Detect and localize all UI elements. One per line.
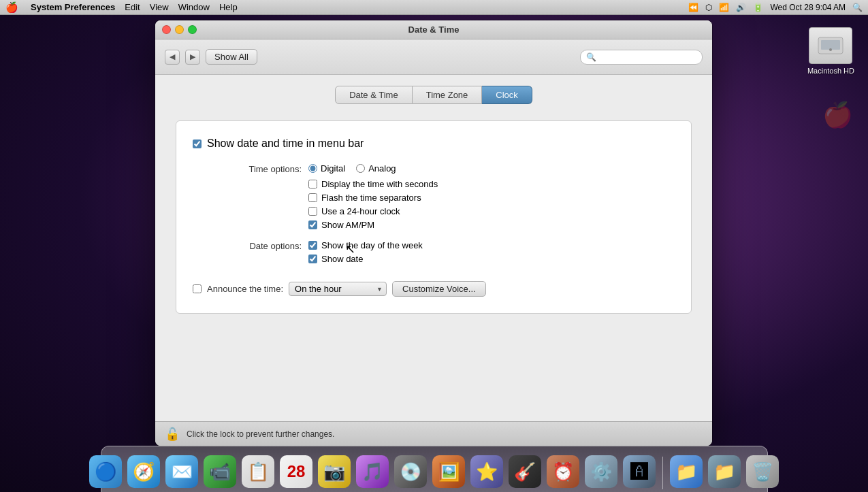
dock-item-safari[interactable]: 🧭 [126,454,161,489]
dock-sysprefs-icon: ⚙️ [585,455,617,488]
display-seconds-checkbox[interactable] [308,180,317,188]
svg-point-2 [829,48,832,51]
dock-item-timemachine[interactable]: ⏰ [545,454,581,489]
dock-item-itunes[interactable]: 🎵 [355,454,390,489]
menubar-system-preferences[interactable]: System Preferences [31,2,115,12]
dock-ical-icon: 28 [280,455,312,488]
dock-item-imovie[interactable]: ⭐ [469,454,504,489]
apple-menu[interactable]: 🍎 [5,1,18,14]
dock-timemachine-icon: ⏰ [547,455,579,488]
time-options-label: Time options: [193,163,302,233]
menubar-view[interactable]: View [150,2,169,12]
dock-item-iphoto[interactable]: 📷 [317,454,352,489]
digital-radio-item: Digital [308,163,345,174]
dock-item-folder2[interactable]: 📁 [707,454,742,489]
show-menu-bar-checkbox[interactable] [193,140,202,148]
date-options-row: Date options: Show the day of the week S… [193,240,675,267]
minimize-button[interactable] [175,25,184,34]
dock-itunes-icon: 🎵 [356,455,389,488]
menubar-wifi-icon: 📶 [719,3,729,12]
dock-item-trash[interactable]: 🗑️ [745,454,780,489]
announce-label: Announce the time: [207,284,283,294]
dock-mail-icon: ✉️ [165,455,198,488]
menubar: 🍎 System Preferences Edit View Window He… [0,0,868,15]
show-menu-bar-label: Show date and time in menu bar [207,137,364,150]
announce-interval-wrapper: On the hour On the half hour On the quar… [289,282,387,296]
menubar-battery-icon: 🔋 [753,3,763,12]
announce-interval-select[interactable]: On the hour On the half hour On the quar… [289,282,387,296]
dock-finder-icon: 🔵 [89,455,122,488]
content-area: Date & Time Time Zone Clock Show date an… [155,75,712,325]
menubar-time-machine-icon: ⏪ [688,3,698,12]
toolbar: ◀ ▶ Show All 🔍 [155,39,712,75]
dock-garageband-icon: 🎸 [509,455,541,488]
digital-label: Digital [321,163,345,174]
announce-row: Announce the time: On the hour On the ha… [193,281,675,297]
cursor: ↖ [345,242,355,257]
time-format-radios: Digital Analog [308,163,675,174]
dock-item-dvd[interactable]: 💿 [393,454,428,489]
announce-checkbox[interactable] [193,284,202,293]
date-options-content: Show the day of the week Show date [302,240,675,267]
display-seconds-label: Display the time with seconds [321,179,438,189]
search-box[interactable]: 🔍 [580,50,703,65]
show-date-checkbox[interactable] [308,255,317,263]
tab-clock[interactable]: Clock [482,86,532,104]
dock-folder2-icon: 📁 [708,455,741,488]
tab-timezone[interactable]: Time Zone [413,86,483,104]
tab-datetime[interactable]: Date & Time [335,86,413,104]
show-menu-bar-row: Show date and time in menu bar [193,137,675,150]
menubar-search-icon[interactable]: 🔍 [852,3,863,12]
dock-preview-icon: 🖼️ [432,455,465,488]
show-day-label: Show the day of the week [321,240,423,250]
customize-voice-button[interactable]: Customize Voice... [392,281,486,297]
dock-facetime-icon: 📹 [204,455,236,488]
analog-label: Analog [368,163,396,174]
menubar-edit[interactable]: Edit [125,2,140,12]
menubar-volume-icon: 🔊 [736,3,746,12]
dock-item-ical[interactable]: 28 [278,454,314,489]
dock-item-addressbook[interactable]: 📋 [240,454,276,489]
show-day-checkbox[interactable] [308,241,317,250]
flash-separators-checkbox[interactable] [308,193,317,202]
dock-trash-icon: 🗑️ [746,455,779,488]
dock-item-appstore[interactable]: 🅰 [622,454,657,489]
dock-item-folder[interactable]: 📁 [669,454,704,489]
forward-button[interactable]: ▶ [185,50,200,65]
maximize-button[interactable] [188,25,197,34]
flash-separators-item: Flash the time separators [308,193,675,203]
dock-safari-icon: 🧭 [127,455,160,488]
traffic-lights [162,25,197,34]
menubar-help[interactable]: Help [219,2,238,12]
dock-item-finder[interactable]: 🔵 [88,454,123,489]
hd-icon[interactable] [809,27,852,64]
dock-item-facetime[interactable]: 📹 [202,454,238,489]
analog-radio[interactable] [356,164,365,173]
clock-settings-panel: Show date and time in menu bar Time opti… [176,120,692,314]
dock-item-mail[interactable]: ✉️ [164,454,199,489]
dock-addressbook-icon: 📋 [242,455,274,488]
dock-dvd-icon: 💿 [394,455,427,488]
menubar-window[interactable]: Window [178,2,210,12]
dock-item-sysprefs[interactable]: ⚙️ [583,454,619,489]
show-ampm-checkbox[interactable] [308,220,317,229]
show-date-label: Show date [321,254,363,264]
search-icon: 🔍 [586,52,596,62]
menubar-bluetooth-icon: ⬡ [705,3,712,12]
titlebar: Date & Time [155,20,712,39]
close-button[interactable] [162,25,171,34]
back-button[interactable]: ◀ [165,50,180,65]
dock-item-preview[interactable]: 🖼️ [431,454,466,489]
dock-appstore-icon: 🅰 [623,455,656,488]
use-24hour-checkbox[interactable] [308,207,317,216]
digital-radio[interactable] [308,164,317,173]
use-24hour-label: Use a 24-hour clock [321,206,400,216]
search-input[interactable] [599,52,696,62]
apple-desktop-logo: 🍎 [822,101,853,129]
dock-divider [662,457,663,489]
dock-item-garageband[interactable]: 🎸 [507,454,543,489]
display-seconds-item: Display the time with seconds [308,179,675,189]
dock: 🔵 🧭 ✉️ 📹 📋 28 📷 🎵 [0,438,868,492]
show-date-item: Show date [308,254,675,264]
show-all-button[interactable]: Show All [206,49,257,65]
